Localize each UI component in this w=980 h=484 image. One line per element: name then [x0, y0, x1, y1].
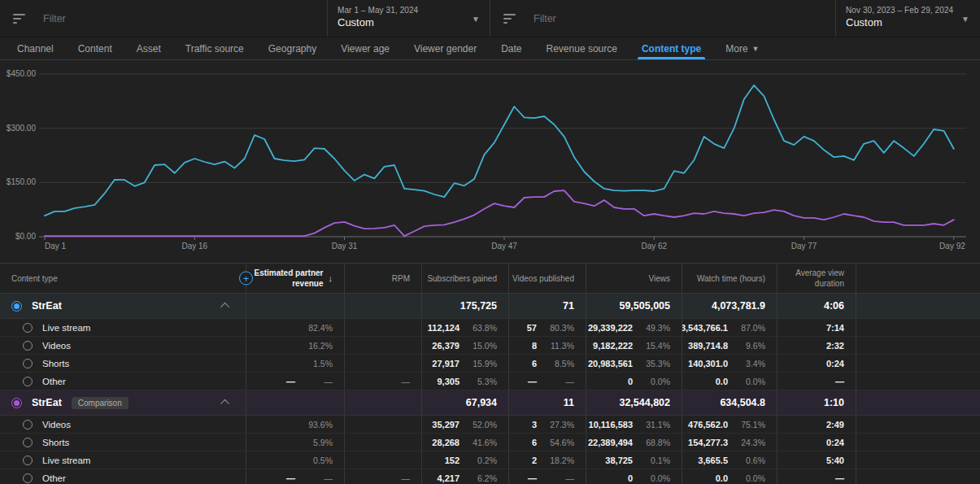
watch-time-cell-value: 476,562.0 — [686, 420, 728, 429]
videos-published-cell-pct: 54.6% — [537, 438, 574, 447]
radio-icon[interactable] — [23, 359, 33, 368]
column-header-subscribers-gained[interactable]: Subscribers gained — [421, 264, 508, 293]
tab-asset[interactable]: Asset — [124, 37, 173, 59]
avg-duration-value: 2:49 — [781, 420, 844, 429]
watch-time-cell-pct: 87.0% — [728, 323, 765, 333]
views-cell-value: 0 — [590, 377, 633, 386]
avg-duration-value: — — [781, 377, 844, 386]
views-cell-value: 38,725 — [590, 456, 633, 465]
primary-filter-input[interactable]: Filter — [0, 0, 327, 37]
watch-time-cell: 3,543,766.187.0% — [682, 319, 777, 336]
group-subscribers-total: 67,934 — [425, 397, 497, 408]
radio-icon[interactable] — [23, 473, 33, 483]
x-tick-label: Day 77 — [791, 242, 817, 251]
rpm-cell — [344, 337, 421, 354]
dimension-tabs: ChannelContentAssetTraffic sourceGeograp… — [0, 37, 980, 60]
radio-icon[interactable] — [23, 420, 33, 429]
group-subscribers-cell: 67,934 — [421, 390, 508, 415]
views-cell: 20,983,56135.3% — [586, 355, 682, 372]
primary-date-range: Mar 1 – May 31, 2024 — [338, 6, 465, 15]
views-cell-pct: 35.3% — [633, 359, 670, 368]
table-header-row: Content typeEstimated partner revenue↓RP… — [0, 264, 980, 294]
column-header-rpm[interactable]: RPM — [344, 264, 421, 293]
column-header-videos-published[interactable]: Videos published — [508, 264, 586, 293]
column-header-content-type[interactable]: Content type — [0, 264, 246, 293]
row-empty-cell — [856, 469, 980, 484]
x-tick-label: Day 31 — [332, 242, 358, 251]
comparison-date-picker[interactable]: Nov 30, 2023 – Feb 29, 2024 Custom ▼ — [835, 0, 979, 37]
rpm-cell — [344, 355, 421, 372]
radio-icon[interactable] — [23, 456, 33, 465]
group-videos-published-total: 71 — [512, 300, 574, 312]
revenue-cell-pct: 93.6% — [295, 420, 333, 429]
column-header-estimated-partner-revenue[interactable]: Estimated partner revenue↓ — [246, 264, 344, 293]
videos-published-cell: 68.5% — [508, 355, 586, 372]
content-type-row-videos[interactable]: Videos93.6%35,29752.0%327.3%10,116,58331… — [0, 416, 980, 434]
row-content-type-cell: Shorts — [0, 355, 246, 372]
radio-icon[interactable] — [23, 341, 33, 351]
videos-published-cell: 5780.3% — [508, 319, 586, 336]
comparison-filter-input[interactable]: Filter — [490, 0, 835, 37]
content-type-row-videos[interactable]: Videos16.2%26,37915.0%811.3%9,182,22215.… — [0, 337, 980, 355]
content-type-row-other[interactable]: Other———9,3055.3%——00.0%0.00.0%— — [0, 373, 980, 390]
tab-label: Viewer age — [341, 43, 390, 55]
videos-published-cell-pct: 18.2% — [537, 456, 574, 465]
y-tick-label: $300.00 — [7, 124, 37, 133]
selected-radio-icon[interactable] — [11, 301, 22, 312]
group-videos-published-cell: 71 — [508, 294, 586, 318]
tab-viewer-age[interactable]: Viewer age — [329, 37, 402, 59]
tab-viewer-gender[interactable]: Viewer gender — [402, 37, 489, 59]
radio-icon[interactable] — [23, 323, 33, 333]
tab-revenue-source[interactable]: Revenue source — [534, 37, 629, 59]
watch-time-cell: 0.00.0% — [682, 469, 777, 484]
revenue-cell-pct: 82.4% — [295, 323, 333, 333]
chevron-down-icon: ▼ — [752, 45, 760, 53]
avg-duration-value: 0:24 — [781, 438, 844, 447]
radio-icon[interactable] — [23, 377, 33, 386]
tab-content[interactable]: Content — [66, 37, 124, 59]
subscribers-cell-value: 152 — [425, 456, 460, 465]
content-type-row-live-stream[interactable]: Live stream0.5%1520.2%218.2%38,7250.1%3,… — [0, 451, 980, 469]
content-type-row-live-stream[interactable]: Live stream82.4%112,12463.8%5780.3%29,33… — [0, 319, 980, 337]
group-row-streat[interactable]: StrEat175,7257159,505,0054,073,781.94:06 — [0, 294, 980, 319]
tab-traffic-source[interactable]: Traffic source — [173, 37, 256, 59]
collapse-chevron-icon[interactable] — [220, 399, 229, 408]
row-content-type-cell: Videos — [0, 416, 246, 433]
rpm-cell: — — [344, 373, 421, 390]
subscribers-cell: 4,2176.2% — [421, 469, 508, 484]
content-type-row-shorts[interactable]: Shorts5.9%28,26841.6%654.6%22,389,49468.… — [0, 434, 980, 451]
primary-date-picker[interactable]: Mar 1 – May 31, 2024 Custom ▼ — [327, 0, 490, 37]
add-metric-button[interactable]: + — [239, 272, 253, 286]
watch-time-cell: 476,562.075.1% — [682, 416, 777, 433]
tab-geography[interactable]: Geography — [256, 37, 329, 59]
column-header-average-view-duration[interactable]: Average view duration — [777, 264, 856, 293]
tab-content-type[interactable]: Content type — [629, 37, 713, 59]
row-empty-cell — [856, 451, 980, 469]
selected-radio-icon[interactable] — [11, 398, 22, 408]
tab-date[interactable]: Date — [489, 37, 534, 59]
tab-label: More — [725, 43, 747, 55]
tab-channel[interactable]: Channel — [5, 37, 66, 59]
content-type-row-shorts[interactable]: Shorts1.5%27,91715.9%68.5%20,983,56135.3… — [0, 355, 980, 373]
radio-icon[interactable] — [23, 438, 33, 447]
filter-icon — [13, 14, 25, 24]
column-header-empty — [856, 264, 980, 293]
videos-published-cell-pct: — — [537, 473, 574, 483]
column-header-views[interactable]: Views — [586, 264, 682, 293]
row-label: Other — [42, 377, 66, 386]
group-row-streat-comparison[interactable]: StrEatComparison67,9341132,544,802634,50… — [0, 390, 980, 416]
content-type-row-other[interactable]: Other———4,2176.2%——00.0%0.00.0%— — [0, 469, 980, 484]
revenue-cell: —— — [246, 373, 344, 390]
subscribers-cell-pct: 15.9% — [460, 359, 497, 368]
revenue-line-chart[interactable]: $0.00$150.00$300.00$450.00Day 1Day 16Day… — [0, 60, 980, 259]
avg-duration-cell: 0:24 — [777, 434, 856, 451]
views-cell-pct: 49.3% — [633, 323, 670, 333]
tab-more[interactable]: More▼ — [713, 37, 771, 59]
subscribers-cell: 28,26841.6% — [421, 434, 508, 451]
column-header-watch-time-hours-[interactable]: Watch time (hours) — [682, 264, 777, 293]
row-content-type-cell: Shorts — [0, 434, 246, 451]
revenue-cell-pct: 16.2% — [295, 341, 333, 351]
subscribers-cell-pct: 6.2% — [460, 473, 497, 483]
collapse-chevron-icon[interactable] — [220, 303, 229, 312]
videos-published-cell-pct: 27.3% — [537, 420, 574, 429]
